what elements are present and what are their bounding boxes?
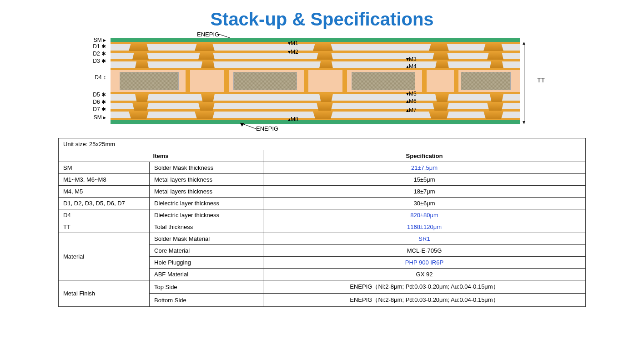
cell: Metal layers thickness: [150, 174, 263, 186]
arrow-icon: [238, 122, 256, 130]
micro-via: [313, 111, 333, 119]
m3-label: ▾M3: [406, 56, 417, 62]
m1-label: ▾M1: [288, 40, 298, 46]
micro-via: [135, 60, 149, 68]
tt-label: TT: [537, 76, 545, 84]
cell: TT: [59, 221, 150, 233]
m4-label: ▴M4: [406, 63, 417, 70]
core-texture: [233, 72, 297, 90]
micro-via: [313, 43, 333, 51]
cell: Material: [59, 233, 150, 280]
cell: Solder Mask thickness: [150, 162, 263, 174]
m5-label: ▾M5: [406, 91, 417, 97]
m7-label: ▴M7: [406, 107, 417, 113]
metal-m4: [111, 68, 520, 70]
cell: Top Side: [150, 280, 263, 294]
metal-m3: [111, 59, 520, 61]
micro-via: [201, 60, 215, 68]
cell: M4, M5: [59, 186, 150, 198]
table-row: Material Solder Mask Material SR1: [59, 233, 586, 245]
micro-via: [429, 43, 449, 51]
enepig-top-label: ENEPIG: [197, 31, 219, 38]
spec-header: Specification: [263, 150, 586, 162]
pth-via: [342, 69, 347, 93]
pth-via: [454, 69, 458, 93]
m6-label: ▴M6: [406, 98, 417, 104]
core-texture: [352, 72, 415, 90]
stackup-diagram: ENEPIG: [74, 33, 570, 133]
micro-via: [433, 51, 449, 60]
micro-via: [129, 43, 149, 51]
micro-via: [319, 60, 333, 68]
core-texture: [461, 72, 511, 90]
cell: 30±6μm: [263, 198, 586, 209]
sm-top-label: SM ▸: [74, 37, 106, 43]
cell: SR1: [263, 233, 586, 245]
cell: 15±5μm: [263, 174, 586, 186]
d7-label: D7 ✱: [74, 106, 106, 112]
table-row: M1~M3, M6~M8 Metal layers thickness 15±5…: [59, 174, 586, 186]
cell: Dielectric layer thickness: [150, 198, 263, 209]
cell: 820±80μm: [263, 209, 586, 221]
cell: PHP 900 IR6P: [263, 257, 586, 269]
micro-via: [487, 51, 503, 60]
d3-label: D3 ✱: [74, 58, 106, 64]
micro-via: [319, 94, 333, 102]
soldermask-bottom: [111, 120, 520, 124]
spec-table: Unit size: 25x25mm Items Specification S…: [58, 138, 586, 307]
cell: M1~M3, M6~M8: [59, 174, 150, 186]
pth-via: [422, 69, 427, 93]
micro-via: [132, 51, 149, 60]
metal-m5: [111, 92, 520, 94]
cell: MCL-E-705G: [263, 245, 586, 257]
metal-m6: [111, 101, 520, 103]
table-row: D4 Dielectric layer thickness 820±80μm: [59, 209, 586, 221]
micro-via: [483, 43, 503, 51]
micro-via: [201, 94, 215, 102]
cell: Metal layers thickness: [150, 186, 263, 198]
cell: ABF Material: [150, 269, 263, 280]
pth-via: [224, 69, 229, 93]
micro-via: [195, 111, 215, 119]
svg-marker-3: [240, 123, 244, 127]
cell: 21±7.5μm: [263, 162, 586, 174]
table-row: SM Solder Mask thickness 21±7.5μm: [59, 162, 586, 174]
micro-via: [135, 94, 149, 102]
cell: Hole Plugging: [150, 257, 263, 269]
micro-via: [435, 60, 449, 68]
header-row: Items Specification: [59, 150, 586, 162]
cell: Dielectric layer thickness: [150, 209, 263, 221]
arrow-down-icon: ▼: [522, 120, 526, 125]
d4-label: D4 ↕: [74, 74, 106, 81]
unit-size-cell: Unit size: 25x25mm: [59, 138, 586, 150]
d1-label: D1 ✱: [74, 43, 106, 50]
micro-via: [435, 94, 449, 102]
d6-label: D6 ✱: [74, 99, 106, 105]
cell: Solder Mask Material: [150, 233, 263, 245]
micro-via: [487, 102, 503, 111]
items-header: Items: [59, 150, 263, 162]
micro-via: [490, 60, 503, 68]
cell: ENEPIG（Ni:2-8μm; Pd:0.03-0.20μm; Au:0.04…: [263, 280, 586, 294]
unit-size-row: Unit size: 25x25mm: [59, 138, 586, 150]
cell: GX 92: [263, 269, 586, 280]
d5-label: D5 ✱: [74, 92, 106, 98]
micro-via: [198, 51, 215, 60]
micro-via: [195, 43, 215, 51]
table-row: M4, M5 Metal layers thickness 18±7μm: [59, 186, 586, 198]
m2-label: ▾M2: [288, 49, 298, 55]
micro-via: [198, 102, 215, 111]
cell: ENEPIG（Ni:2-8μm; Pd:0.03-0.20μm; Au:0.04…: [263, 294, 586, 307]
page-title: Stack-up & Specifications: [0, 0, 644, 33]
d2-label: D2 ✱: [74, 51, 106, 57]
cell: Core Material: [150, 245, 263, 257]
core-texture: [120, 72, 179, 90]
tt-dimension-line: [524, 42, 524, 124]
pth-via: [186, 69, 190, 93]
cell: 1168±120μm: [263, 221, 586, 233]
micro-via: [317, 102, 333, 111]
cell: D1, D2, D3, D5, D6, D7: [59, 198, 150, 209]
enepig-bot-label: ENEPIG: [256, 125, 278, 132]
micro-via: [483, 111, 503, 119]
micro-via: [129, 111, 149, 119]
